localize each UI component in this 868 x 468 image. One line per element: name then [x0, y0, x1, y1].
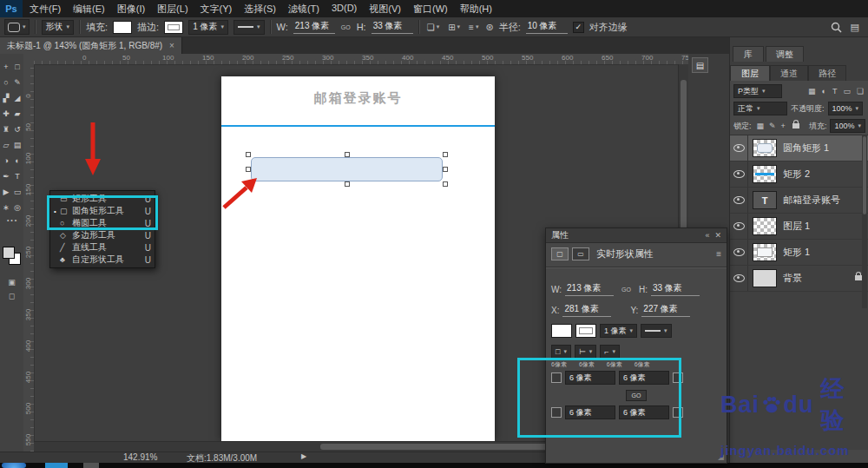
flyout-item-polygon-tool[interactable]: ◇多边形工具U	[50, 229, 155, 241]
menu-item[interactable]: 图层(L)	[157, 3, 187, 16]
flyout-item-rounded-rectangle-tool[interactable]: •▢圆角矩形工具U	[50, 205, 155, 217]
taskbar-app-1[interactable]	[45, 463, 68, 468]
corner-top-right-icon[interactable]	[673, 372, 683, 383]
tab-libraries[interactable]: 库	[733, 46, 764, 62]
workspace-icon[interactable]: ▤	[851, 22, 859, 33]
lock-option-icon[interactable]: ✎	[767, 122, 778, 130]
filter-icon[interactable]: ❏	[855, 87, 865, 96]
menu-item[interactable]: 窗口(W)	[413, 3, 448, 16]
move-tool[interactable]: +	[1, 61, 12, 73]
flyout-item-custom-shape-tool[interactable]: ♣自定形状工具U	[50, 254, 155, 266]
radius-bottom-left-input[interactable]: 6 像素	[565, 405, 615, 419]
visibility-toggle[interactable]	[730, 214, 748, 239]
visibility-toggle[interactable]	[730, 188, 748, 213]
fill-swatch[interactable]	[113, 21, 132, 34]
tool-mode-select[interactable]: 形状▾	[42, 20, 75, 35]
stroke-width-select[interactable]: 1 像素▾	[600, 324, 637, 338]
align-edges-checkbox[interactable]: ✓	[573, 22, 584, 33]
flyout-item-rectangle-tool[interactable]: ▭矩形工具U	[50, 193, 155, 205]
document-tab[interactable]: 未标题-1 @ 143% (圆角矩形 1, RGB/8#) ×	[0, 37, 182, 54]
panel-menu-icon[interactable]: ≡	[716, 249, 721, 259]
screen-mode-icon[interactable]: ◻	[0, 292, 23, 300]
scrollbar-thumb[interactable]	[320, 444, 555, 450]
visibility-toggle[interactable]	[730, 161, 748, 187]
search-icon[interactable]	[831, 22, 842, 33]
stroke-swatch[interactable]	[575, 324, 596, 338]
filter-icon[interactable]: T	[831, 87, 839, 96]
layer-row[interactable]: 圆角矩形 1	[730, 135, 868, 161]
fill-opacity-select[interactable]: 100%▾	[830, 119, 865, 133]
radius-input[interactable]: 10 像素	[526, 20, 568, 34]
link-dimensions-icon[interactable]: GO	[621, 287, 632, 293]
horizontal-ruler[interactable]: 0501001502002503003504004505005506006507…	[34, 54, 688, 65]
menu-item[interactable]: 图像(I)	[117, 3, 145, 16]
zoom-level-field[interactable]: 142.91%	[123, 452, 157, 462]
pathfinder-icon[interactable]: ▭	[572, 247, 589, 260]
lock-option-icon[interactable]: ▦	[755, 122, 766, 130]
quick-mask-icon[interactable]: ▣	[0, 278, 23, 287]
marquee-tool[interactable]: □	[12, 61, 23, 73]
path-operations-dropdown[interactable]: ❏▾	[425, 23, 441, 32]
crop-tool[interactable]: ▞	[1, 92, 12, 104]
layer-row[interactable]: 矩形 2	[730, 161, 868, 188]
tab-layers[interactable]: 图层	[730, 65, 770, 81]
handle-middle-left[interactable]	[246, 167, 251, 172]
hand-tool[interactable]: ∗	[1, 201, 12, 214]
menu-item[interactable]: 编辑(E)	[73, 3, 105, 16]
tools-more[interactable]: • • •	[0, 217, 23, 223]
path-arrange-dropdown[interactable]: ≡▾	[467, 23, 480, 32]
menu-item[interactable]: 文件(F)	[30, 3, 61, 16]
foreground-background-swatches[interactable]	[3, 247, 22, 266]
dodge-tool[interactable]: ◐	[12, 155, 23, 167]
path-alignment-dropdown[interactable]: ⊞▾	[446, 23, 462, 32]
layer-row[interactable]: 矩形 1	[730, 240, 868, 266]
properties-panel-icon[interactable]: ▤	[692, 57, 708, 73]
blur-tool[interactable]: ◑	[1, 155, 12, 167]
menu-item[interactable]: 帮助(H)	[460, 3, 492, 16]
handle-bottom-right[interactable]	[443, 181, 448, 187]
radius-top-right-input[interactable]: 6 像素	[619, 371, 669, 385]
live-shape-icon[interactable]: ▢	[551, 247, 569, 260]
history-brush-tool[interactable]: ↺	[12, 123, 23, 135]
menu-item[interactable]: 选择(S)	[244, 3, 276, 16]
scrollbar-thumb[interactable]	[863, 136, 866, 214]
collapse-icon[interactable]: «	[705, 231, 709, 240]
fill-swatch[interactable]	[551, 324, 572, 338]
lock-all-icon[interactable]	[792, 123, 799, 129]
vertical-ruler[interactable]: 050100150200250300350400450500550	[23, 64, 35, 452]
layer-row[interactable]: T邮箱登录账号	[730, 188, 868, 214]
stroke-swatch[interactable]	[164, 21, 183, 34]
radius-bottom-right-input[interactable]: 6 像素	[619, 405, 669, 419]
visibility-toggle[interactable]	[730, 266, 748, 291]
width-input[interactable]: 213 像素	[565, 282, 614, 296]
eraser-tool[interactable]: ▱	[1, 139, 12, 151]
layer-row[interactable]: 图层 1	[730, 214, 868, 240]
menu-item[interactable]: 滤镜(T)	[288, 3, 319, 16]
flyout-item-line-tool[interactable]: ╱直线工具U	[50, 241, 155, 254]
opacity-select[interactable]: 100%▾	[828, 102, 864, 115]
clone-stamp-tool[interactable]: ♜	[1, 123, 12, 135]
pen-tool[interactable]: ✒	[1, 170, 12, 182]
panel-resize-grip[interactable]: ◢	[718, 452, 724, 461]
visibility-toggle[interactable]	[730, 135, 748, 161]
layer-row[interactable]: 背景	[730, 266, 868, 292]
tab-channels[interactable]: 通道	[770, 65, 808, 81]
foreground-swatch[interactable]	[3, 247, 15, 259]
eyedropper-tool[interactable]: ◢	[12, 92, 23, 104]
tab-paths[interactable]: 路径	[808, 65, 846, 81]
canvas-document[interactable]: 邮箱登录账号	[221, 76, 495, 441]
lock-option-icon[interactable]: +	[779, 122, 787, 130]
menu-item[interactable]: 视图(V)	[369, 3, 401, 16]
visibility-toggle[interactable]	[730, 240, 748, 265]
stroke-width-select[interactable]: 1 像素▾	[188, 20, 228, 35]
corner-top-left-icon[interactable]	[551, 372, 562, 383]
shape-tool[interactable]: ▭	[12, 186, 23, 198]
handle-bottom-center[interactable]	[345, 181, 350, 187]
flyout-item-ellipse-tool[interactable]: ○椭圆工具U	[50, 217, 155, 229]
stroke-caps-select[interactable]: ⊢▾	[575, 345, 596, 359]
filter-icon[interactable]: ▦	[806, 87, 818, 96]
link-radius-button[interactable]: GO	[626, 390, 648, 401]
stroke-corners-select[interactable]: ⌐▾	[600, 345, 620, 359]
zoom-tool[interactable]: ◎	[12, 201, 23, 214]
properties-tab[interactable]: 属性	[551, 229, 569, 241]
